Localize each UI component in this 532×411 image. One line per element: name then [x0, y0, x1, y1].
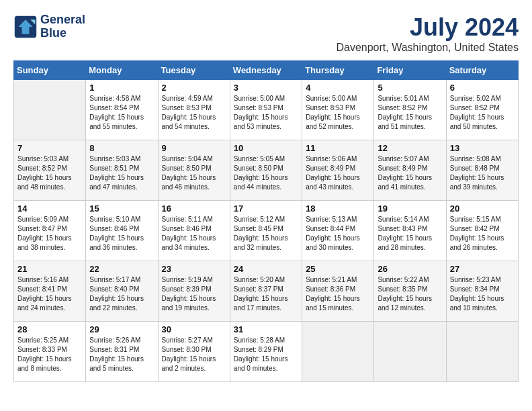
day-number: 11	[306, 143, 370, 153]
calendar-cell: 12Sunrise: 5:07 AM Sunset: 8:49 PM Dayli…	[374, 140, 446, 201]
calendar-week-1: 1Sunrise: 4:58 AM Sunset: 8:54 PM Daylig…	[14, 80, 519, 140]
day-number: 1	[89, 83, 154, 93]
cell-info: Sunrise: 5:21 AM Sunset: 8:36 PM Dayligh…	[306, 275, 370, 313]
calendar-cell: 17Sunrise: 5:12 AM Sunset: 8:45 PM Dayli…	[230, 201, 302, 261]
cell-info: Sunrise: 5:20 AM Sunset: 8:37 PM Dayligh…	[234, 275, 298, 313]
day-number: 21	[17, 264, 82, 274]
calendar-cell	[14, 80, 86, 140]
day-number: 3	[234, 83, 298, 93]
calendar-cell: 29Sunrise: 5:26 AM Sunset: 8:31 PM Dayli…	[86, 322, 158, 382]
cell-info: Sunrise: 5:09 AM Sunset: 8:47 PM Dayligh…	[17, 215, 82, 253]
column-header-friday: Friday	[374, 61, 446, 80]
day-number: 30	[162, 324, 226, 334]
calendar-cell: 24Sunrise: 5:20 AM Sunset: 8:37 PM Dayli…	[230, 261, 302, 322]
calendar-cell: 10Sunrise: 5:05 AM Sunset: 8:50 PM Dayli…	[230, 140, 302, 201]
logo-text: General Blue	[40, 13, 85, 40]
cell-info: Sunrise: 5:25 AM Sunset: 8:33 PM Dayligh…	[17, 336, 82, 373]
day-number: 6	[450, 83, 515, 93]
calendar-cell: 16Sunrise: 5:11 AM Sunset: 8:46 PM Dayli…	[158, 201, 230, 261]
day-number: 12	[378, 143, 442, 153]
day-number: 31	[234, 324, 298, 334]
day-number: 2	[162, 83, 226, 93]
day-number: 5	[378, 83, 442, 93]
cell-info: Sunrise: 4:59 AM Sunset: 8:53 PM Dayligh…	[162, 94, 226, 132]
cell-info: Sunrise: 5:22 AM Sunset: 8:35 PM Dayligh…	[378, 275, 442, 313]
calendar-cell: 31Sunrise: 5:28 AM Sunset: 8:29 PM Dayli…	[230, 322, 302, 382]
cell-info: Sunrise: 5:00 AM Sunset: 8:53 PM Dayligh…	[306, 94, 370, 132]
calendar-cell: 21Sunrise: 5:16 AM Sunset: 8:41 PM Dayli…	[14, 261, 86, 322]
calendar-week-3: 14Sunrise: 5:09 AM Sunset: 8:47 PM Dayli…	[14, 201, 519, 261]
day-number: 18	[306, 203, 370, 214]
cell-info: Sunrise: 5:11 AM Sunset: 8:46 PM Dayligh…	[162, 215, 226, 253]
month-year-title: July 2024	[336, 13, 519, 42]
calendar-cell: 26Sunrise: 5:22 AM Sunset: 8:35 PM Dayli…	[374, 261, 446, 322]
calendar-week-2: 7Sunrise: 5:03 AM Sunset: 8:52 PM Daylig…	[14, 140, 519, 201]
calendar-cell: 20Sunrise: 5:15 AM Sunset: 8:42 PM Dayli…	[446, 201, 518, 261]
day-number: 26	[378, 264, 442, 274]
cell-info: Sunrise: 5:00 AM Sunset: 8:53 PM Dayligh…	[234, 94, 298, 132]
day-number: 9	[162, 143, 226, 153]
cell-info: Sunrise: 5:17 AM Sunset: 8:40 PM Dayligh…	[89, 275, 154, 313]
calendar-cell: 13Sunrise: 5:08 AM Sunset: 8:48 PM Dayli…	[446, 140, 518, 201]
cell-info: Sunrise: 5:19 AM Sunset: 8:39 PM Dayligh…	[162, 275, 226, 313]
cell-info: Sunrise: 5:02 AM Sunset: 8:52 PM Dayligh…	[450, 94, 515, 132]
cell-info: Sunrise: 5:06 AM Sunset: 8:49 PM Dayligh…	[306, 154, 370, 192]
calendar-cell	[302, 322, 374, 382]
cell-info: Sunrise: 5:08 AM Sunset: 8:48 PM Dayligh…	[450, 154, 515, 192]
title-section: July 2024 Davenport, Washington, United …	[336, 13, 519, 54]
day-number: 22	[89, 264, 154, 274]
day-number: 8	[89, 143, 154, 153]
calendar-cell: 7Sunrise: 5:03 AM Sunset: 8:52 PM Daylig…	[14, 140, 86, 201]
column-header-monday: Monday	[86, 61, 158, 80]
cell-info: Sunrise: 5:16 AM Sunset: 8:41 PM Dayligh…	[17, 275, 82, 313]
day-number: 29	[89, 324, 154, 334]
cell-info: Sunrise: 5:12 AM Sunset: 8:45 PM Dayligh…	[234, 215, 298, 253]
calendar-cell: 30Sunrise: 5:27 AM Sunset: 8:30 PM Dayli…	[158, 322, 230, 382]
calendar-cell: 27Sunrise: 5:23 AM Sunset: 8:34 PM Dayli…	[446, 261, 518, 322]
day-number: 27	[450, 264, 515, 274]
calendar-week-4: 21Sunrise: 5:16 AM Sunset: 8:41 PM Dayli…	[14, 261, 519, 322]
cell-info: Sunrise: 5:23 AM Sunset: 8:34 PM Dayligh…	[450, 275, 515, 313]
calendar-header: SundayMondayTuesdayWednesdayThursdayFrid…	[14, 61, 519, 80]
calendar-cell: 23Sunrise: 5:19 AM Sunset: 8:39 PM Dayli…	[158, 261, 230, 322]
calendar-cell: 14Sunrise: 5:09 AM Sunset: 8:47 PM Dayli…	[14, 201, 86, 261]
day-number: 4	[306, 83, 370, 93]
day-number: 20	[450, 203, 515, 214]
column-header-wednesday: Wednesday	[230, 61, 302, 80]
day-number: 23	[162, 264, 226, 274]
calendar-cell: 11Sunrise: 5:06 AM Sunset: 8:49 PM Dayli…	[302, 140, 374, 201]
day-number: 13	[450, 143, 515, 153]
day-number: 24	[234, 264, 298, 274]
calendar-cell: 18Sunrise: 5:13 AM Sunset: 8:44 PM Dayli…	[302, 201, 374, 261]
cell-info: Sunrise: 5:03 AM Sunset: 8:51 PM Dayligh…	[89, 154, 154, 192]
calendar-cell: 2Sunrise: 4:59 AM Sunset: 8:53 PM Daylig…	[158, 80, 230, 140]
day-number: 14	[17, 203, 82, 214]
cell-info: Sunrise: 5:28 AM Sunset: 8:29 PM Dayligh…	[234, 336, 298, 373]
calendar-cell: 1Sunrise: 4:58 AM Sunset: 8:54 PM Daylig…	[86, 80, 158, 140]
calendar-cell: 8Sunrise: 5:03 AM Sunset: 8:51 PM Daylig…	[86, 140, 158, 201]
day-number: 25	[306, 264, 370, 274]
column-header-thursday: Thursday	[302, 61, 374, 80]
logo-icon	[13, 15, 38, 39]
cell-info: Sunrise: 5:10 AM Sunset: 8:46 PM Dayligh…	[89, 215, 154, 253]
day-number: 7	[17, 143, 82, 153]
header-row: SundayMondayTuesdayWednesdayThursdayFrid…	[14, 61, 519, 80]
location-subtitle: Davenport, Washington, United States	[336, 42, 519, 54]
calendar-cell	[374, 322, 446, 382]
calendar-cell: 5Sunrise: 5:01 AM Sunset: 8:52 PM Daylig…	[374, 80, 446, 140]
cell-info: Sunrise: 5:14 AM Sunset: 8:43 PM Dayligh…	[378, 215, 442, 253]
calendar-cell: 22Sunrise: 5:17 AM Sunset: 8:40 PM Dayli…	[86, 261, 158, 322]
day-number: 10	[234, 143, 298, 153]
day-number: 19	[378, 203, 442, 214]
calendar-cell: 28Sunrise: 5:25 AM Sunset: 8:33 PM Dayli…	[14, 322, 86, 382]
cell-info: Sunrise: 4:58 AM Sunset: 8:54 PM Dayligh…	[89, 94, 154, 132]
logo: General Blue	[13, 13, 85, 40]
calendar-cell	[446, 322, 518, 382]
calendar-cell: 4Sunrise: 5:00 AM Sunset: 8:53 PM Daylig…	[302, 80, 374, 140]
calendar-cell: 9Sunrise: 5:04 AM Sunset: 8:50 PM Daylig…	[158, 140, 230, 201]
day-number: 17	[234, 203, 298, 214]
calendar-cell: 15Sunrise: 5:10 AM Sunset: 8:46 PM Dayli…	[86, 201, 158, 261]
cell-info: Sunrise: 5:01 AM Sunset: 8:52 PM Dayligh…	[378, 94, 442, 132]
cell-info: Sunrise: 5:07 AM Sunset: 8:49 PM Dayligh…	[378, 154, 442, 192]
calendar-body: 1Sunrise: 4:58 AM Sunset: 8:54 PM Daylig…	[14, 80, 519, 382]
